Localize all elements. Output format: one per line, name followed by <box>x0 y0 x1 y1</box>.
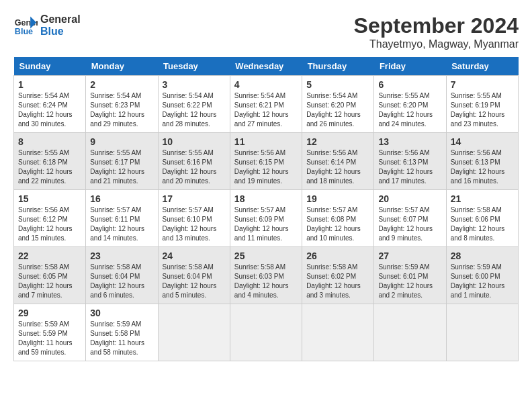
col-tuesday: Tuesday <box>158 57 230 76</box>
list-item: 18Sunrise: 5:57 AM Sunset: 6:09 PM Dayli… <box>230 190 302 247</box>
day-number: 7 <box>451 79 514 90</box>
list-item <box>374 304 446 361</box>
col-monday: Monday <box>86 57 158 76</box>
day-number: 27 <box>378 250 441 261</box>
list-item: 16Sunrise: 5:57 AM Sunset: 6:11 PM Dayli… <box>86 190 158 247</box>
col-thursday: Thursday <box>302 57 374 76</box>
day-info: Sunrise: 5:59 AM Sunset: 6:01 PM Dayligh… <box>378 263 441 300</box>
col-sunday: Sunday <box>14 57 86 76</box>
list-item: 29Sunrise: 5:59 AM Sunset: 5:59 PM Dayli… <box>14 304 86 361</box>
list-item: 8Sunrise: 5:55 AM Sunset: 6:18 PM Daylig… <box>14 133 86 190</box>
day-number: 3 <box>163 79 226 90</box>
day-info: Sunrise: 5:55 AM Sunset: 6:20 PM Dayligh… <box>378 91 441 129</box>
day-number: 11 <box>234 136 298 147</box>
list-item: 11Sunrise: 5:56 AM Sunset: 6:15 PM Dayli… <box>230 133 302 190</box>
day-info: Sunrise: 5:56 AM Sunset: 6:13 PM Dayligh… <box>451 148 514 186</box>
table-row: 1Sunrise: 5:54 AM Sunset: 6:24 PM Daylig… <box>14 76 519 133</box>
location-title: Thayetmyo, Magway, Myanmar <box>354 38 519 50</box>
day-number: 30 <box>90 308 153 318</box>
list-item: 25Sunrise: 5:58 AM Sunset: 6:03 PM Dayli… <box>230 247 302 304</box>
day-number: 18 <box>234 193 298 204</box>
day-info: Sunrise: 5:54 AM Sunset: 6:20 PM Dayligh… <box>306 91 369 129</box>
day-info: Sunrise: 5:59 AM Sunset: 6:00 PM Dayligh… <box>451 263 514 300</box>
list-item: 30Sunrise: 5:59 AM Sunset: 5:58 PM Dayli… <box>86 304 158 361</box>
svg-text:Blue: Blue <box>15 27 33 36</box>
list-item <box>230 304 302 361</box>
day-number: 13 <box>378 136 441 147</box>
day-info: Sunrise: 5:58 AM Sunset: 6:04 PM Dayligh… <box>163 263 226 300</box>
title-area: September 2024 Thayetmyo, Magway, Myanma… <box>354 13 519 50</box>
list-item: 24Sunrise: 5:58 AM Sunset: 6:04 PM Dayli… <box>158 247 230 304</box>
day-info: Sunrise: 5:58 AM Sunset: 6:02 PM Dayligh… <box>306 263 369 300</box>
table-row: 8Sunrise: 5:55 AM Sunset: 6:18 PM Daylig… <box>14 133 519 190</box>
day-number: 5 <box>306 79 369 90</box>
day-number: 10 <box>163 136 226 147</box>
day-number: 1 <box>18 79 81 90</box>
list-item: 4Sunrise: 5:54 AM Sunset: 6:21 PM Daylig… <box>230 76 302 133</box>
list-item <box>158 304 230 361</box>
logo-line1: General <box>40 13 81 26</box>
day-number: 15 <box>18 193 81 204</box>
list-item: 9Sunrise: 5:55 AM Sunset: 6:17 PM Daylig… <box>86 133 158 190</box>
list-item: 5Sunrise: 5:54 AM Sunset: 6:20 PM Daylig… <box>302 76 374 133</box>
day-number: 4 <box>234 79 298 90</box>
day-number: 29 <box>18 308 81 318</box>
list-item: 23Sunrise: 5:58 AM Sunset: 6:04 PM Dayli… <box>86 247 158 304</box>
day-info: Sunrise: 5:59 AM Sunset: 5:58 PM Dayligh… <box>90 320 153 357</box>
day-info: Sunrise: 5:56 AM Sunset: 6:14 PM Dayligh… <box>306 148 369 186</box>
calendar: Sunday Monday Tuesday Wednesday Thursday… <box>13 57 519 361</box>
day-info: Sunrise: 5:58 AM Sunset: 6:05 PM Dayligh… <box>18 263 81 300</box>
day-info: Sunrise: 5:58 AM Sunset: 6:04 PM Dayligh… <box>90 263 153 300</box>
day-number: 26 <box>306 250 369 261</box>
calendar-header-row: Sunday Monday Tuesday Wednesday Thursday… <box>14 57 519 76</box>
day-number: 12 <box>306 136 369 147</box>
day-number: 21 <box>451 193 514 204</box>
day-info: Sunrise: 5:55 AM Sunset: 6:17 PM Dayligh… <box>90 148 153 186</box>
list-item: 3Sunrise: 5:54 AM Sunset: 6:22 PM Daylig… <box>158 76 230 133</box>
table-row: 29Sunrise: 5:59 AM Sunset: 5:59 PM Dayli… <box>14 304 519 361</box>
day-number: 16 <box>90 193 153 204</box>
list-item: 1Sunrise: 5:54 AM Sunset: 6:24 PM Daylig… <box>14 76 86 133</box>
list-item: 21Sunrise: 5:58 AM Sunset: 6:06 PM Dayli… <box>446 190 518 247</box>
day-number: 24 <box>163 250 226 261</box>
day-info: Sunrise: 5:56 AM Sunset: 6:13 PM Dayligh… <box>378 148 441 186</box>
day-info: Sunrise: 5:54 AM Sunset: 6:22 PM Dayligh… <box>163 91 226 129</box>
day-info: Sunrise: 5:57 AM Sunset: 6:07 PM Dayligh… <box>378 205 441 243</box>
day-number: 8 <box>18 136 81 147</box>
day-info: Sunrise: 5:57 AM Sunset: 6:08 PM Dayligh… <box>306 205 369 243</box>
list-item: 2Sunrise: 5:54 AM Sunset: 6:23 PM Daylig… <box>86 76 158 133</box>
month-title: September 2024 <box>354 13 519 38</box>
day-number: 17 <box>163 193 226 204</box>
day-info: Sunrise: 5:59 AM Sunset: 5:59 PM Dayligh… <box>18 320 81 357</box>
list-item <box>302 304 374 361</box>
table-row: 22Sunrise: 5:58 AM Sunset: 6:05 PM Dayli… <box>14 247 519 304</box>
logo-icon: General Blue <box>13 13 38 38</box>
list-item: 26Sunrise: 5:58 AM Sunset: 6:02 PM Dayli… <box>302 247 374 304</box>
header: General Blue General Blue September 2024… <box>13 13 519 50</box>
logo-line2: Blue <box>40 26 81 38</box>
day-info: Sunrise: 5:58 AM Sunset: 6:06 PM Dayligh… <box>451 205 514 243</box>
list-item: 6Sunrise: 5:55 AM Sunset: 6:20 PM Daylig… <box>374 76 446 133</box>
day-number: 22 <box>18 250 81 261</box>
day-info: Sunrise: 5:57 AM Sunset: 6:10 PM Dayligh… <box>163 205 226 243</box>
list-item: 22Sunrise: 5:58 AM Sunset: 6:05 PM Dayli… <box>14 247 86 304</box>
day-number: 20 <box>378 193 441 204</box>
day-info: Sunrise: 5:57 AM Sunset: 6:11 PM Dayligh… <box>90 205 153 243</box>
day-info: Sunrise: 5:54 AM Sunset: 6:21 PM Dayligh… <box>234 91 298 129</box>
col-friday: Friday <box>374 57 446 76</box>
col-wednesday: Wednesday <box>230 57 302 76</box>
table-row: 15Sunrise: 5:56 AM Sunset: 6:12 PM Dayli… <box>14 190 519 247</box>
day-info: Sunrise: 5:56 AM Sunset: 6:12 PM Dayligh… <box>18 205 81 243</box>
day-number: 25 <box>234 250 298 261</box>
list-item: 20Sunrise: 5:57 AM Sunset: 6:07 PM Dayli… <box>374 190 446 247</box>
logo: General Blue General Blue <box>13 13 81 38</box>
day-info: Sunrise: 5:55 AM Sunset: 6:16 PM Dayligh… <box>163 148 226 186</box>
day-number: 23 <box>90 250 153 261</box>
day-number: 14 <box>451 136 514 147</box>
day-info: Sunrise: 5:57 AM Sunset: 6:09 PM Dayligh… <box>234 205 298 243</box>
day-info: Sunrise: 5:58 AM Sunset: 6:03 PM Dayligh… <box>234 263 298 300</box>
list-item: 17Sunrise: 5:57 AM Sunset: 6:10 PM Dayli… <box>158 190 230 247</box>
list-item: 12Sunrise: 5:56 AM Sunset: 6:14 PM Dayli… <box>302 133 374 190</box>
day-number: 2 <box>90 79 153 90</box>
list-item: 15Sunrise: 5:56 AM Sunset: 6:12 PM Dayli… <box>14 190 86 247</box>
